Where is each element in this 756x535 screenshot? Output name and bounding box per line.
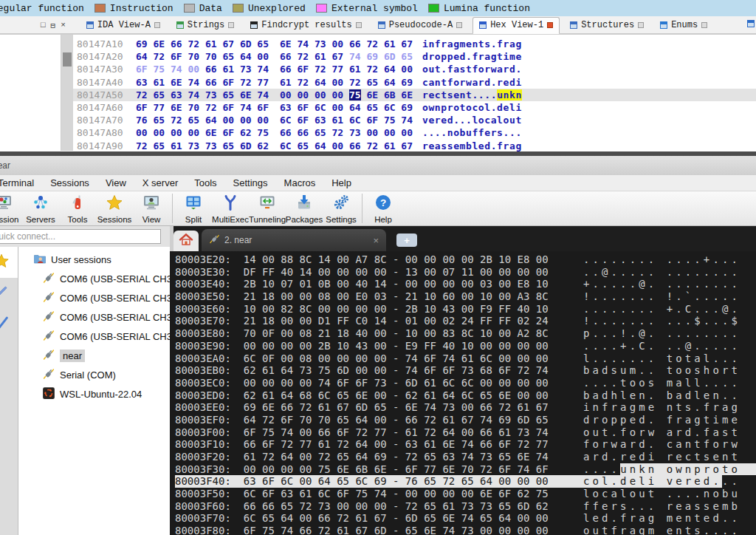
overflow-tab-icon[interactable] [747,20,755,30]
hex-bytes-group1: 72 65 61 73 73 65 6D 62 [136,140,269,152]
session-label: COM6 (USB-SERIAL CH340) [60,312,170,323]
tab-close-icon[interactable]: × [373,235,379,246]
ida-hex-row[interactable]: 80147A1069 6E 66 72 61 67 6D 656E 74 73 … [73,38,756,50]
legend-item-unexplored: Unexplored [233,3,306,14]
settings-icon [332,194,350,214]
tab-close-mini-icon[interactable] [547,22,553,28]
toolbar-button-servers[interactable]: Servers [22,194,59,224]
tab-findcrypt-results[interactable]: Findcrypt results [244,18,367,33]
terminal-line: 80003E20: 14 00 88 8C 14 00 A7 8C - 00 0… [175,253,756,266]
menu-item-help[interactable]: Help [323,176,360,190]
ida-hex-row[interactable]: 80147A8000 00 00 00 6E 6F 62 7566 66 65 … [73,126,756,139]
hex-bytes-group1: 6F 75 74 00 66 61 73 74 [136,63,269,75]
ida-scroll-thumb[interactable] [63,52,72,67]
menu-item-tools[interactable]: Tools [186,176,224,190]
tab-pseudocode-a[interactable]: Pseudocode-A [372,18,468,33]
session-item-com6-usb-serial-ch340[interactable]: COM6 (USB-SERIAL CH340) [18,307,170,327]
ida-hex-row[interactable]: 80147A2064 72 6F 70 70 65 64 0066 72 61 … [73,50,756,63]
terminal-ascii-column: forward. cantforw [583,438,756,451]
tab-enums[interactable]: Enums [654,18,713,33]
terminal-ascii-column: badhlen. badlen.. [583,389,756,402]
tree-root-user-sessions[interactable]: User sessions [18,250,170,269]
tab-float-mini-icon[interactable] [356,22,362,28]
tab-strings[interactable]: Strings [171,18,240,33]
terminal-line: 80003E40: 2B 10 07 01 0B 00 40 14 - 00 0… [175,278,756,290]
toolbar-button-help[interactable]: ?Help [365,194,402,224]
terminal-ascii-column: ....+.C. ..@..... [583,340,756,352]
ida-hex-row[interactable]: 80147A606F 77 6E 70 72 6F 74 6F63 6F 6C … [73,101,756,114]
toolbar-button-session[interactable]: Session [0,194,22,224]
session-item-com6-usb-serial-ch340[interactable]: COM6 (USB-SERIAL CH340) [18,288,170,307]
hex-address: 80147A20 [77,50,127,63]
menu-item-sessions[interactable]: Sessions [42,176,97,190]
toolbar-label: Tools [68,215,88,224]
ida-hex-row[interactable]: 80147A5072 65 63 74 73 65 6E 7400 00 00 … [73,89,756,101]
tab-float-mini-icon[interactable] [456,22,462,28]
ida-hex-row[interactable]: 80147A7076 65 72 65 64 00 00 006C 6F 63 … [73,114,756,126]
toolbar-button-split[interactable]: Split [175,194,212,224]
tab-float-mini-icon[interactable] [154,22,160,28]
ida-hex-view[interactable]: 80147A1069 6E 66 72 61 67 6D 656E 74 73 … [0,34,756,151]
session-item-com6-usb-serial-ch340[interactable]: COM6 (USB-SERIAL CH340) [18,327,170,346]
terminal-ascii-column: ....toos mall.... [583,377,756,389]
structures-icon [570,21,577,29]
toolbar-button-packages[interactable]: Packages [286,194,323,224]
ida-hex-row[interactable]: 80147A306F 75 74 00 66 61 73 7466 6F 72 … [73,63,756,75]
ida-left-panel [0,35,61,151]
tab-hex-view-1[interactable]: Hex View-1 [472,17,560,34]
toolbar-button-tools[interactable]: Tools [59,194,96,224]
moba-titlebar[interactable]: near [0,156,756,175]
ida-scrollband[interactable] [61,35,73,151]
moba-menubar: TerminalSessionsViewX serverToolsSetting… [0,175,756,191]
sidebar-tab-tools[interactable] [0,278,18,309]
tab-label: Structures [581,20,634,30]
ida-hex-row[interactable]: 80147A4063 61 6E 74 66 6F 72 7761 72 64 … [73,76,756,89]
plug-icon [42,271,55,287]
toolbar-button-multiexec[interactable]: MultiExec [212,194,249,224]
tab-float-mini-icon[interactable] [638,22,644,28]
terminal-pane[interactable]: 2. near × + 80003E20: 14 00 88 8C 14 00 … [170,226,756,535]
session-item-wsl-ubuntu-22-04[interactable]: WSL-Ubuntu-22.04 [18,384,170,403]
terminal-hex-column: 80003E40: 2B 10 07 01 0B 00 40 14 - 00 0… [175,278,583,290]
toolbar-button-view[interactable]: View [133,194,170,224]
toolbar-button-tunneling[interactable]: Tunneling [249,194,286,224]
tab-structures[interactable]: Structures [564,18,650,33]
menu-item-macros[interactable]: Macros [276,176,324,190]
hex-ascii: out.fastforward. [422,63,522,75]
terminal-hex-column: 80003EF0: 64 72 6F 70 70 65 64 00 - 66 7… [175,414,583,426]
restore-icon[interactable]: □ [41,21,46,30]
terminal-hex-column: 80003F40: 63 6F 6C 00 64 65 6C 69 - 76 6… [175,475,583,488]
tab-float-mini-icon[interactable] [701,22,707,28]
tab-ida-view-a[interactable]: IDA View-A [80,18,166,33]
toolbar-label: Session [0,215,18,224]
terminal-line: 80003F00: 6F 75 74 00 66 6F 72 77 - 61 7… [175,426,756,439]
terminal-output[interactable]: 80003E20: 14 00 88 8C 14 00 A7 8C - 00 0… [170,251,756,535]
dock-icon[interactable]: ⊟ [51,21,56,30]
terminal-ascii-column: dropped. fragtime [583,414,756,426]
home-tab[interactable] [173,231,199,251]
terminal-hex-column: 80003EA0: 6C 0F 00 08 00 00 00 00 - 74 6… [175,352,583,365]
session-item-com6-usb-serial-ch340[interactable]: COM6 (USB-SERIAL CH340) [18,269,170,288]
terminal-hex-column: 80003E80: 70 0F 00 08 21 18 40 00 - 10 0… [175,327,583,340]
session-item-serial-com[interactable]: Serial (COM) [18,365,170,384]
session-icon [0,194,13,214]
quick-connect-input[interactable] [0,229,161,244]
terminal-tab-near[interactable]: 2. near × [202,229,386,251]
menu-item-view[interactable]: View [97,176,134,190]
menu-item-settings[interactable]: Settings [225,176,276,190]
menu-item-terminal[interactable]: Terminal [0,176,42,190]
lumina-function-color-chip [428,4,439,13]
new-tab-button[interactable]: + [396,234,417,247]
menu-item-x-server[interactable]: X server [134,176,186,190]
view-icon [142,194,160,214]
close-icon[interactable]: × [61,21,66,30]
sidebar-tab-sessions[interactable] [0,247,18,278]
pseudocode-icon [378,21,385,29]
toolbar-button-settings[interactable]: Settings [323,194,360,224]
tab-float-mini-icon[interactable] [228,22,234,28]
ida-hex-row[interactable]: 80147A9072 65 61 73 73 65 6D 626C 65 64 … [73,140,756,152]
session-item-near[interactable]: near [18,346,170,365]
window-title: near [0,160,10,171]
toolbar-button-sessions[interactable]: Sessions [96,194,133,224]
sidebar-tab-macros[interactable] [0,309,18,340]
